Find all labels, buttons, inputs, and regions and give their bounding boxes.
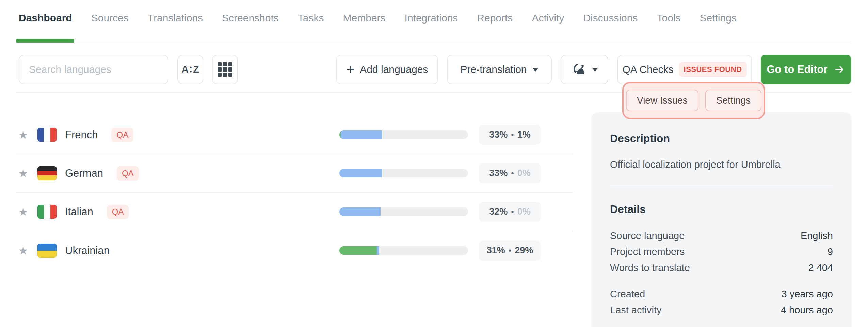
arrow-right-icon bbox=[833, 64, 846, 75]
search-languages-input[interactable] bbox=[29, 64, 158, 75]
progress-stats-badge: 33% • 1% bbox=[479, 125, 541, 145]
sort-languages-button[interactable]: A ▲ ▼ Z bbox=[177, 54, 203, 84]
grid-view-button[interactable] bbox=[212, 54, 238, 84]
tab-members[interactable]: Members bbox=[343, 12, 386, 24]
detail-row-words-to-translate: Words to translate 2 404 bbox=[610, 260, 833, 276]
flag-italian bbox=[37, 205, 57, 219]
add-languages-button[interactable]: + Add languages bbox=[336, 54, 438, 84]
language-row-french: ★ French QA 33% • 1% bbox=[16, 116, 573, 154]
dot-separator: • bbox=[509, 246, 511, 255]
tab-activity[interactable]: Activity bbox=[532, 12, 564, 24]
language-name[interactable]: Ukrainian bbox=[65, 245, 110, 257]
approved-percent: 1% bbox=[517, 129, 531, 140]
sync-dropdown-button[interactable] bbox=[561, 54, 608, 84]
progress-bar bbox=[339, 246, 468, 255]
detail-label: Created bbox=[610, 289, 645, 300]
detail-row-source-language: Source language English bbox=[610, 228, 833, 244]
progress-translated bbox=[339, 169, 382, 177]
language-name[interactable]: French bbox=[65, 129, 98, 141]
flag-french bbox=[37, 128, 57, 142]
translated-percent: 31% bbox=[487, 245, 505, 256]
pre-translation-dropdown[interactable]: Pre-translation bbox=[447, 54, 552, 84]
progress-translated bbox=[341, 130, 382, 139]
chevron-down-icon bbox=[592, 68, 598, 72]
detail-value: 9 bbox=[827, 246, 833, 258]
progress-stats-badge: 31% • 29% bbox=[479, 241, 541, 261]
language-name[interactable]: German bbox=[65, 167, 103, 180]
approved-percent: 0% bbox=[517, 168, 531, 178]
details-rows: Source language English Project members … bbox=[610, 228, 833, 318]
dot-separator: • bbox=[511, 130, 514, 140]
translated-percent: 33% bbox=[489, 129, 508, 140]
languages-toolbar: A ▲ ▼ Z + Add languages Pre-translation bbox=[19, 54, 851, 84]
qa-badge[interactable]: QA bbox=[117, 166, 139, 181]
project-details-panel: Description Official localization projec… bbox=[591, 112, 852, 327]
issues-found-badge: ISSUES FOUND bbox=[679, 62, 747, 77]
progress-translated bbox=[339, 207, 381, 216]
description-title: Description bbox=[610, 132, 833, 145]
flag-german bbox=[37, 166, 57, 180]
pre-translation-label: Pre-translation bbox=[460, 64, 527, 75]
qa-badge[interactable]: QA bbox=[111, 128, 133, 142]
dot-separator: • bbox=[511, 169, 514, 178]
favorite-star-icon[interactable]: ★ bbox=[16, 128, 30, 141]
favorite-star-icon[interactable]: ★ bbox=[16, 167, 30, 180]
detail-row-created: Created 3 years ago bbox=[610, 286, 833, 302]
approved-percent: 0% bbox=[517, 206, 531, 217]
settings-button[interactable]: Settings bbox=[705, 90, 761, 111]
language-row-italian: ★ Italian QA 32% • 0% bbox=[16, 193, 573, 231]
progress-approved bbox=[339, 246, 377, 255]
go-to-editor-button[interactable]: Go to Editor bbox=[761, 54, 851, 84]
progress-translated bbox=[377, 246, 380, 255]
go-to-editor-label: Go to Editor bbox=[767, 63, 827, 76]
nav-divider bbox=[16, 42, 852, 42]
language-list: ★ French QA 33% • 1% ★ German QA bbox=[16, 116, 573, 270]
progress-stats-badge: 32% • 0% bbox=[479, 202, 541, 222]
panel-divider bbox=[610, 187, 833, 187]
detail-label: Last activity bbox=[610, 305, 662, 316]
chevron-down-icon bbox=[532, 68, 539, 72]
add-languages-label: Add languages bbox=[360, 64, 428, 75]
detail-value: English bbox=[801, 230, 833, 242]
description-text: Official localization project for Umbrel… bbox=[610, 159, 833, 170]
grid-view-icon bbox=[218, 62, 232, 77]
detail-label: Source language bbox=[610, 230, 685, 242]
tab-reports[interactable]: Reports bbox=[477, 12, 513, 24]
cloud-sync-icon bbox=[571, 62, 586, 77]
project-nav-tabs: Dashboard Sources Translations Screensho… bbox=[19, 12, 737, 24]
qa-checks-label: QA Checks bbox=[622, 64, 673, 75]
detail-value: 4 hours ago bbox=[781, 305, 833, 316]
progress-bar bbox=[339, 130, 468, 139]
project-dashboard-page: Dashboard Sources Translations Screensho… bbox=[0, 0, 868, 327]
qa-badge[interactable]: QA bbox=[107, 205, 129, 219]
detail-row-last-activity: Last activity 4 hours ago bbox=[610, 302, 833, 318]
tab-translations[interactable]: Translations bbox=[148, 12, 203, 24]
sort-az-icon: A ▲ ▼ Z bbox=[181, 64, 199, 75]
tab-screenshots[interactable]: Screenshots bbox=[222, 12, 279, 24]
view-issues-button[interactable]: View Issues bbox=[626, 90, 698, 111]
detail-value: 2 404 bbox=[808, 262, 833, 274]
detail-value: 3 years ago bbox=[781, 289, 833, 300]
tab-sources[interactable]: Sources bbox=[91, 12, 129, 24]
tab-discussions[interactable]: Discussions bbox=[583, 12, 638, 24]
qa-checks-button[interactable]: QA Checks ISSUES FOUND bbox=[617, 54, 752, 84]
sort-down-icon: ▼ bbox=[189, 69, 193, 74]
active-tab-indicator bbox=[16, 39, 74, 43]
progress-bar bbox=[339, 207, 468, 216]
language-name[interactable]: Italian bbox=[65, 206, 93, 218]
favorite-star-icon[interactable]: ★ bbox=[16, 205, 30, 218]
approved-percent: 29% bbox=[515, 245, 533, 256]
tab-tasks[interactable]: Tasks bbox=[298, 12, 324, 24]
progress-stats-badge: 33% • 0% bbox=[479, 164, 541, 183]
tab-dashboard[interactable]: Dashboard bbox=[19, 12, 72, 24]
tab-tools[interactable]: Tools bbox=[657, 12, 680, 24]
favorite-star-icon[interactable]: ★ bbox=[16, 244, 30, 257]
tab-settings[interactable]: Settings bbox=[700, 12, 737, 24]
detail-row-project-members: Project members 9 bbox=[610, 244, 833, 260]
language-row-ukrainian: ★ Ukrainian QA 31% • 29% bbox=[16, 231, 573, 270]
tab-integrations[interactable]: Integrations bbox=[405, 12, 458, 24]
details-title: Details bbox=[610, 203, 833, 216]
translated-percent: 33% bbox=[489, 168, 508, 178]
translated-percent: 32% bbox=[489, 206, 508, 217]
language-row-german: ★ German QA 33% • 0% bbox=[16, 154, 573, 193]
